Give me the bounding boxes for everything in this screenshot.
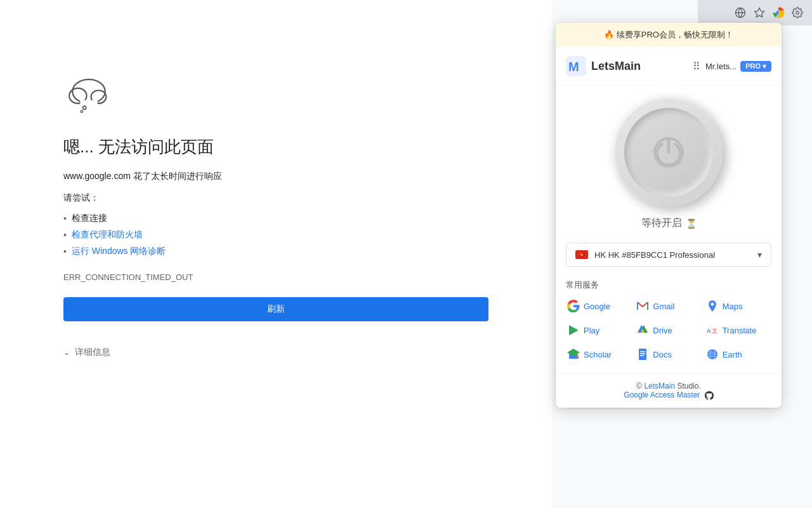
service-earth-label: Earth — [723, 350, 742, 359]
svg-marker-13 — [569, 325, 579, 335]
earth-icon — [706, 348, 719, 361]
error-code: ERR_CONNECTION_TIMED_OUT — [63, 272, 488, 282]
letsmain-logo-icon: M — [566, 56, 586, 76]
service-drive-label: Drive — [653, 326, 672, 335]
try-item-1: 检查连接 — [63, 210, 488, 227]
ext-user-area: ⠿ Mr.lets... PRO ▾ — [693, 60, 771, 72]
drive-icon — [636, 324, 649, 337]
svg-point-5 — [81, 110, 82, 112]
svg-rect-21 — [639, 349, 646, 360]
github-icon — [705, 391, 714, 399]
svg-rect-24 — [640, 355, 644, 356]
service-docs-label: Docs — [653, 350, 672, 359]
power-button[interactable] — [615, 98, 723, 206]
try-item-3[interactable]: 运行 Windows 网络诊断 — [63, 243, 488, 260]
server-name: HK HK #85FB9CC1 Professional — [594, 250, 751, 260]
services-grid: Google Gmail Maps Play — [556, 297, 782, 373]
svg-marker-6 — [755, 8, 764, 17]
service-play[interactable]: Play — [566, 321, 632, 339]
settings-icon[interactable] — [790, 6, 804, 20]
svg-rect-19 — [577, 354, 579, 357]
pro-badge[interactable]: PRO ▾ — [740, 61, 771, 72]
svg-text:A: A — [707, 328, 711, 334]
power-button-inner — [624, 108, 713, 197]
ext-footer: © LetsMain Studio. Google Access Master — [556, 373, 782, 408]
translate-service-icon: A 文 — [706, 324, 719, 337]
hourglass-icon: ⏳ — [686, 218, 697, 229]
try-list: 检查连接 检查代理和防火墙 运行 Windows 网络诊断 — [63, 210, 488, 260]
svg-rect-3 — [80, 100, 97, 105]
error-title: 嗯... 无法访问此页面 — [63, 136, 488, 158]
details-chevron-icon: ⌄ — [63, 348, 70, 357]
maps-icon — [706, 300, 719, 312]
hk-flag-icon: 🇭🇰 — [575, 250, 588, 259]
svg-point-12 — [710, 303, 714, 306]
service-drive[interactable]: Drive — [635, 321, 702, 339]
ext-username: Mr.lets... — [705, 62, 737, 71]
server-chevron-icon: ▾ — [757, 250, 762, 260]
ext-header: M LetsMain ⠿ Mr.lets... PRO ▾ — [556, 47, 782, 86]
svg-point-20 — [577, 357, 579, 358]
service-gmail[interactable]: Gmail — [635, 297, 702, 315]
service-translate[interactable]: A 文 Translate — [705, 321, 771, 339]
service-gmail-label: Gmail — [653, 302, 674, 311]
try-section-label: 请尝试： — [63, 192, 488, 204]
details-label: 详细信息 — [75, 347, 110, 358]
services-title: 常用服务 — [556, 277, 782, 297]
service-play-label: Play — [584, 326, 599, 335]
service-google-label: Google — [584, 302, 610, 311]
service-scholar[interactable]: Scholar — [566, 345, 632, 363]
service-docs[interactable]: Docs — [635, 345, 702, 363]
error-illustration — [63, 76, 488, 136]
details-section[interactable]: ⌄ 详细信息 — [63, 347, 488, 358]
power-section: 等待开启 ⏳ — [556, 86, 782, 243]
translate-icon[interactable] — [733, 6, 747, 20]
service-translate-label: Translate — [723, 326, 757, 335]
ext-logo: M LetsMain — [566, 56, 641, 76]
svg-point-0 — [72, 79, 105, 104]
ext-logo-text: LetsMain — [591, 60, 641, 73]
scholar-icon — [567, 348, 580, 361]
svg-text:文: 文 — [712, 328, 717, 334]
error-page: 嗯... 无法访问此页面 www.google.com 花了太长时间进行响应 请… — [0, 0, 552, 508]
extension-popup: 🔥 续费享PRO会员，畅快无限制！ M LetsMain ⠿ Mr.lets..… — [556, 23, 782, 408]
error-url: www.google.com 花了太长时间进行响应 — [63, 171, 488, 182]
service-earth[interactable]: Earth — [705, 345, 771, 363]
footer-access-master-link[interactable]: Google Access Master — [624, 391, 700, 399]
svg-rect-22 — [640, 351, 645, 352]
grid-icon[interactable]: ⠿ — [693, 60, 700, 72]
reload-button[interactable]: 刷新 — [63, 297, 488, 321]
service-google[interactable]: Google — [566, 297, 632, 315]
try-item-2[interactable]: 检查代理和防火墙 — [63, 227, 488, 243]
power-icon — [650, 133, 688, 171]
svg-text:M: M — [568, 60, 579, 74]
svg-point-8 — [796, 11, 799, 15]
svg-rect-23 — [640, 353, 645, 354]
server-select[interactable]: 🇭🇰 HK HK #85FB9CC1 Professional ▾ — [566, 243, 771, 267]
waiting-text: 等待开启 ⏳ — [641, 217, 697, 230]
docs-icon — [636, 348, 649, 361]
service-maps[interactable]: Maps — [705, 297, 771, 315]
google-icon — [567, 300, 580, 312]
browser-chrome — [698, 0, 812, 25]
play-icon — [567, 324, 580, 337]
star-icon[interactable] — [752, 6, 766, 20]
chrome-logo-icon[interactable] — [771, 6, 785, 20]
gmail-icon — [636, 300, 649, 312]
footer-brand-link[interactable]: LetsMain — [644, 382, 675, 391]
service-maps-label: Maps — [723, 302, 743, 311]
service-scholar-label: Scholar — [584, 350, 612, 359]
promo-bar[interactable]: 🔥 续费享PRO会员，畅快无限制！ — [556, 23, 782, 47]
svg-point-4 — [83, 106, 86, 109]
